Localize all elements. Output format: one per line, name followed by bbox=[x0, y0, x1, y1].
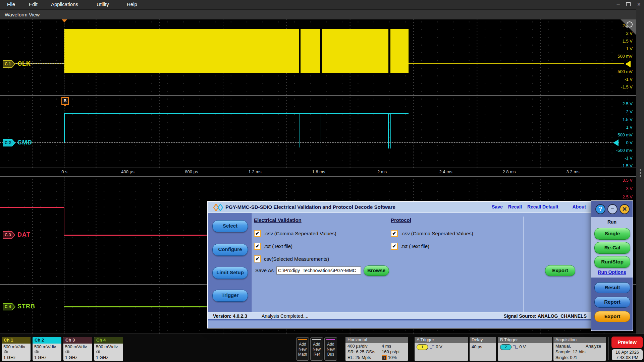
ch2-scale: 500 mV/div bbox=[34, 344, 60, 350]
horizontal-panel[interactable]: Horizontal 400 µs/div 4 ms SR: 6.25 GS/s… bbox=[345, 337, 408, 361]
channel-2-badge[interactable]: Ch 2 500 mV/div 1 GHz bbox=[33, 337, 61, 361]
report-button[interactable]: Report bbox=[594, 297, 630, 308]
menu-help[interactable]: Help bbox=[127, 1, 137, 7]
acquisition-panel[interactable]: Acquisition Manual, Analyze Sample: 12 b… bbox=[553, 337, 606, 361]
save-as-input[interactable] bbox=[276, 266, 361, 275]
ev-csv-checkbox[interactable]: ✔ bbox=[254, 230, 261, 237]
window-minimize-icon[interactable]: ─ bbox=[614, 2, 622, 7]
probe-icon bbox=[96, 350, 101, 354]
ev-selected-label: csv(Selected Measurements) bbox=[264, 256, 329, 262]
ch4-label: Ch 4 bbox=[94, 337, 123, 344]
time-axis: 0 s 400 µs 800 µs 1.2 ms 1.6 ms 2 ms 2.4… bbox=[0, 168, 636, 177]
close-button[interactable]: ✕ bbox=[620, 204, 630, 214]
cmd-offset-arrow-icon[interactable] bbox=[613, 139, 619, 146]
configure-button[interactable]: Configure bbox=[212, 244, 248, 256]
datetime-badge: 16 Apr 2026 7:43:08 PM bbox=[612, 349, 643, 360]
channel-name-strb: STRB bbox=[17, 303, 35, 310]
clk-scale-tick: 500 mV bbox=[618, 53, 633, 59]
run-stop-button[interactable]: Run/Stop bbox=[594, 256, 630, 268]
menu-utility[interactable]: Utility bbox=[97, 1, 109, 7]
cmd-zero-ref-line bbox=[0, 142, 619, 143]
probe-icon bbox=[3, 350, 8, 354]
acq-single: Single: 0 /1 bbox=[555, 355, 577, 360]
dialog-separator bbox=[523, 217, 524, 313]
channel-3-badge[interactable]: Ch 3 500 mV/div 1 GHz bbox=[63, 337, 92, 361]
menu-edit[interactable]: Edit bbox=[29, 1, 38, 7]
recall-link[interactable]: Recall bbox=[508, 204, 522, 209]
proto-txt-checkbox[interactable]: ✔ bbox=[391, 243, 398, 250]
select-button[interactable]: Select bbox=[212, 220, 248, 232]
limit-setup-button[interactable]: Limit Setup bbox=[212, 267, 248, 279]
save-link[interactable]: Save bbox=[492, 204, 503, 209]
channel-4-badge[interactable]: Ch 4 500 mV/div 1 GHz bbox=[94, 337, 123, 361]
a-trigger-title: A Trigger bbox=[415, 337, 468, 343]
dialog-sidebar: Select Configure Limit Setup Trigger bbox=[208, 213, 252, 312]
view-tab-bar: Waveform View B bbox=[0, 9, 644, 20]
help-button[interactable]: ? bbox=[595, 204, 605, 214]
menu-file[interactable]: File bbox=[7, 1, 15, 7]
delay-value: 40 ps bbox=[472, 344, 482, 349]
b-trigger-flag[interactable]: B bbox=[61, 97, 69, 105]
acquisition-title: Acquisition bbox=[553, 337, 606, 343]
minimize-button[interactable]: − bbox=[607, 204, 618, 214]
b-trigger-panel[interactable]: B Trigger 2 0 V bbox=[498, 337, 552, 361]
channel-badge-c2[interactable]: C 2 bbox=[3, 139, 15, 146]
cmd-scale-tick: 500 mV bbox=[618, 132, 633, 138]
preview-button[interactable]: Preview bbox=[611, 337, 643, 348]
ev-txt-checkbox[interactable]: ✔ bbox=[254, 243, 261, 250]
channel-badge-c1[interactable]: C 1 bbox=[3, 60, 15, 68]
proto-csv-checkbox[interactable]: ✔ bbox=[391, 230, 398, 237]
a-trigger-panel[interactable]: A Trigger 1 0 V bbox=[415, 337, 468, 361]
channel-1-badge[interactable]: Ch 1 500 mV/div 1 GHz bbox=[2, 337, 31, 361]
horizontal-position: T 10% bbox=[382, 355, 397, 360]
trigger-button[interactable]: Trigger bbox=[212, 290, 248, 302]
clk-offset-arrow-icon[interactable] bbox=[625, 61, 631, 67]
delay-panel[interactable]: Delay 40 ps bbox=[470, 337, 496, 361]
channel-badge-c3[interactable]: C 3 bbox=[3, 231, 15, 239]
cmd-scale-tick: 1 V bbox=[626, 124, 633, 130]
a-trigger-source-badge: 1 bbox=[417, 344, 428, 350]
trigger-position-icon[interactable] bbox=[62, 19, 67, 22]
browse-button[interactable]: Browse bbox=[364, 265, 389, 276]
cmd-scale-tick: 1.5 V bbox=[623, 117, 633, 123]
signal-source-text: Signal Source: ANALOG_CHANNELS bbox=[503, 313, 587, 319]
tab-waveform-view[interactable]: Waveform View bbox=[5, 12, 40, 17]
export-button[interactable]: Export bbox=[545, 265, 575, 276]
window-close-icon[interactable]: ✕ bbox=[635, 2, 643, 7]
b-trigger-source-badge: 2 bbox=[500, 344, 512, 350]
add-new-math-button[interactable]: Add New Math bbox=[296, 337, 309, 361]
cmd-scale-tick: -500 mV bbox=[616, 147, 633, 154]
dialog-title-bar[interactable]: PGY-MMC-SD-SDIO Electrical Validation an… bbox=[208, 202, 591, 213]
acq-analyze: Analyze bbox=[586, 344, 601, 349]
ch2-bandwidth: 1 GHz bbox=[34, 355, 60, 360]
add-new-ref-button[interactable]: Add New Ref bbox=[310, 337, 323, 361]
ev-csv-option: ✔ .csv (Comma Seperated Values) bbox=[254, 230, 336, 237]
recal-button[interactable]: Re-Cal bbox=[594, 242, 630, 254]
cmd-spike bbox=[388, 113, 389, 148]
date-text: 16 Apr 2026 bbox=[612, 350, 643, 355]
menu-applications[interactable]: Applications bbox=[51, 1, 78, 7]
ch4-scale: 500 mV/div bbox=[96, 344, 121, 350]
b-trigger-title: B Trigger bbox=[498, 337, 552, 343]
ev-txt-label: .txt (Text file) bbox=[264, 243, 292, 249]
result-button[interactable]: Result bbox=[594, 282, 630, 293]
splitter-grip-icon[interactable] bbox=[636, 168, 644, 178]
about-link[interactable]: About bbox=[573, 204, 586, 209]
run-options-link[interactable]: Run Options bbox=[591, 269, 633, 275]
run-panel: ? − ✕ Run Single Re-Cal Run/Stop Run Opt… bbox=[591, 200, 633, 331]
run-panel-header: ? − ✕ bbox=[591, 201, 633, 217]
cmd-scale-tick: 2.5 V bbox=[623, 101, 633, 107]
clk-scale-tick: -1.5 V bbox=[621, 84, 633, 90]
clk-waveform-burst bbox=[64, 29, 409, 73]
time-tick: 1.6 ms bbox=[312, 169, 325, 174]
window-maximize-icon[interactable] bbox=[625, 2, 632, 7]
export-side-button[interactable]: Export bbox=[594, 311, 630, 322]
single-button[interactable]: Single bbox=[594, 228, 630, 240]
ev-selected-checkbox[interactable]: ✔ bbox=[254, 255, 261, 262]
clk-scale-tick: 1.5 V bbox=[623, 38, 633, 44]
time-tick: 0 s bbox=[61, 169, 67, 174]
add-new-bus-button[interactable]: Add New Bus bbox=[324, 337, 337, 361]
pgy-logo-icon bbox=[213, 204, 223, 211]
channel-badge-c4[interactable]: C 4 bbox=[3, 303, 15, 310]
recall-default-link[interactable]: Recall Default bbox=[527, 204, 558, 209]
